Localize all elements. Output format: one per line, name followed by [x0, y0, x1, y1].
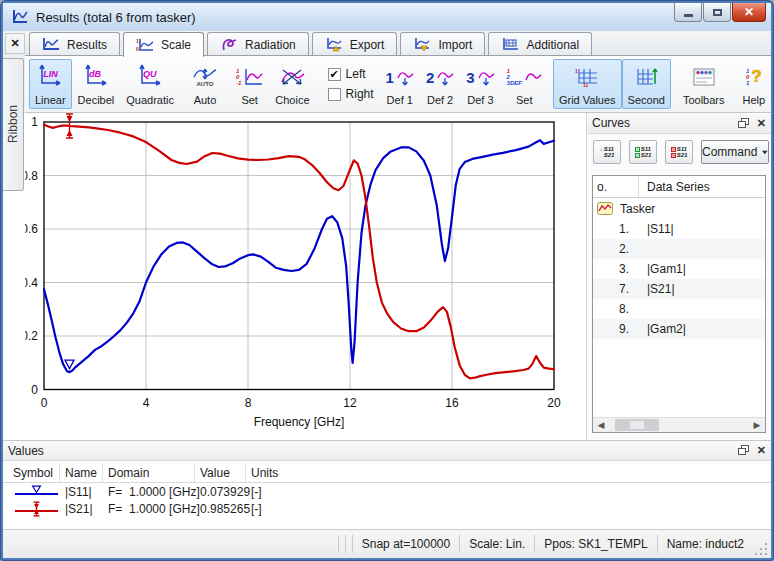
auto-scale-button[interactable]: AUTO Auto: [186, 59, 224, 109]
tab-additional[interactable]: Additional: [488, 32, 592, 56]
minimize-button[interactable]: [674, 3, 702, 22]
series-number: 2.: [593, 242, 639, 256]
tab-label: Results: [67, 38, 107, 52]
values-table-row[interactable]: |S21| F= 1.0000 [GHz] 0.985265 [-]: [3, 500, 771, 517]
def1-button[interactable]: 1 Def 1: [380, 59, 420, 109]
import-tab-icon: [413, 37, 432, 52]
svg-text:0.8: 0.8: [25, 169, 38, 183]
svg-text:20: 20: [547, 396, 561, 410]
curve-symbol: [3, 483, 60, 500]
s-parameter-chart[interactable]: 00.20.40.60.81048121620Frequency [GHz]: [25, 113, 585, 440]
def3-button[interactable]: 3 Def 3: [460, 59, 500, 109]
curves-panel: Curves ✕ ↓S11 ↓S21 ✓S11 ✓S21: [586, 113, 771, 440]
column-data-series: Data Series: [639, 180, 710, 194]
curve-value: 0.985265: [195, 500, 246, 517]
window-title: Results (total 6 from tasker): [36, 10, 196, 25]
close-panel-icon[interactable]: ✕: [757, 117, 766, 130]
data-series-row[interactable]: 7. |S21|: [593, 279, 765, 299]
column-domain: Domain: [103, 463, 195, 482]
set-scale-button[interactable]: 10-1 Set: [230, 59, 269, 109]
sort-series-icon: ↓S11 ↓S21: [600, 146, 615, 158]
data-series-row[interactable]: 2.: [593, 239, 765, 259]
data-series-row[interactable]: 9. |Gam2|: [593, 319, 765, 339]
tab-label: Scale: [161, 38, 191, 52]
grid-values-button[interactable]: 111 Grid Values: [553, 59, 622, 109]
help-button[interactable]: 101 ? Help: [737, 59, 772, 109]
data-series-row[interactable]: 8.: [593, 299, 765, 319]
tab-label: Additional: [526, 38, 579, 52]
select-all-series-icon: ✓S11 ✓S21: [635, 146, 652, 158]
right-axis-checkbox[interactable]: Right: [328, 87, 374, 101]
svg-text:11: 11: [583, 82, 589, 87]
close-icon: ✕: [744, 5, 754, 19]
tasker-plot-icon: [597, 202, 613, 215]
left-axis-checkbox[interactable]: ✔ Left: [328, 67, 374, 81]
close-button[interactable]: ✕: [732, 3, 766, 22]
second-grid-button[interactable]: Second: [622, 59, 671, 109]
column-no: o.: [593, 176, 639, 197]
select-all-series-button[interactable]: ✓S11 ✓S21: [629, 140, 657, 164]
curve-name: |S21|: [60, 500, 103, 517]
data-series-row[interactable]: 3. |Gam1|: [593, 259, 765, 279]
svg-text:1: 1: [31, 115, 38, 129]
choice-scale-button[interactable]: Choice: [269, 59, 315, 109]
float-panel-icon[interactable]: [738, 118, 750, 129]
deselect-all-series-button[interactable]: ✕S11 ✕S21: [665, 140, 693, 164]
series-number: 3.: [593, 262, 639, 276]
tab-results[interactable]: Results: [29, 32, 120, 56]
quadratic-scale-button[interactable]: QU Quadratic: [120, 59, 180, 109]
button-label: Toolbars: [683, 94, 725, 106]
scrollbar-thumb[interactable]: [615, 419, 659, 431]
horizontal-scrollbar[interactable]: ◀ ▶: [593, 417, 765, 432]
close-panel-icon[interactable]: ✕: [757, 444, 766, 457]
status-bar: Snap at=100000 Scale: Lin. Ppos: SK1_TEM…: [3, 529, 771, 558]
axis-side-checkboxes: ✔ Left Right: [328, 67, 374, 101]
curve-symbol: [3, 500, 60, 517]
button-label: Set: [516, 94, 533, 106]
values-panel-titlebar: Values ✕: [3, 440, 771, 461]
button-label: Grid Values: [559, 94, 616, 106]
tab-export[interactable]: Export: [312, 32, 398, 56]
data-series-row[interactable]: 1. |S11|: [593, 219, 765, 239]
decibel-scale-button[interactable]: dB Decibel: [72, 59, 121, 109]
command-label: Command: [702, 145, 757, 159]
values-table-row[interactable]: |S11| F= 1.0000 [GHz] 0.073929 [-]: [3, 483, 771, 500]
app-window: Results (total 6 from tasker) ✕ ✕ Result…: [0, 0, 774, 561]
app-icon: [11, 9, 29, 25]
sort-series-button[interactable]: ↓S11 ↓S21: [593, 140, 621, 164]
linear-scale-button[interactable]: LIN Linear: [29, 59, 72, 109]
button-label: Def 1: [387, 94, 413, 106]
svg-text:0: 0: [31, 383, 38, 397]
status-scale: Scale: Lin.: [459, 535, 534, 553]
chart-area: 00.20.40.60.81048121620Frequency [GHz]: [25, 113, 585, 440]
svg-text:0.4: 0.4: [25, 276, 38, 290]
button-label: Second: [628, 94, 665, 106]
svg-text:1: 1: [136, 38, 139, 44]
checkbox-unchecked-icon: [328, 88, 341, 101]
float-panel-icon[interactable]: [738, 445, 750, 456]
resize-grip[interactable]: [755, 541, 769, 555]
column-name: Name: [60, 463, 103, 482]
export-tab-icon: [325, 37, 344, 52]
tab-radiation[interactable]: Radiation: [207, 32, 309, 56]
scroll-left-arrow[interactable]: ◀: [593, 418, 609, 432]
def2-button[interactable]: 2 Def 2: [420, 59, 460, 109]
auto-icon: AUTO: [192, 63, 218, 91]
svg-text:12: 12: [343, 396, 357, 410]
command-dropdown[interactable]: Command: [701, 140, 769, 164]
button-label: Auto: [194, 94, 217, 106]
status-cell-empty: [345, 535, 352, 553]
series-group-row[interactable]: Tasker: [593, 198, 765, 219]
series-name: |S21|: [639, 282, 675, 296]
close-ribbon-button[interactable]: ✕: [5, 33, 25, 54]
series-number: 8.: [593, 302, 639, 316]
scroll-right-arrow[interactable]: ▶: [749, 418, 765, 432]
tab-scale[interactable]: 10 Scale: [123, 32, 204, 57]
toolbars-button[interactable]: Toolbars: [677, 59, 731, 109]
set-def-button[interactable]: 123DEF Set: [501, 59, 548, 109]
curve-units: [-]: [246, 483, 306, 500]
decibel-icon: dB: [84, 63, 108, 87]
restore-button[interactable]: [703, 3, 731, 22]
ribbon-side-tab[interactable]: Ribbon: [3, 58, 24, 191]
tab-import[interactable]: Import: [400, 32, 485, 56]
